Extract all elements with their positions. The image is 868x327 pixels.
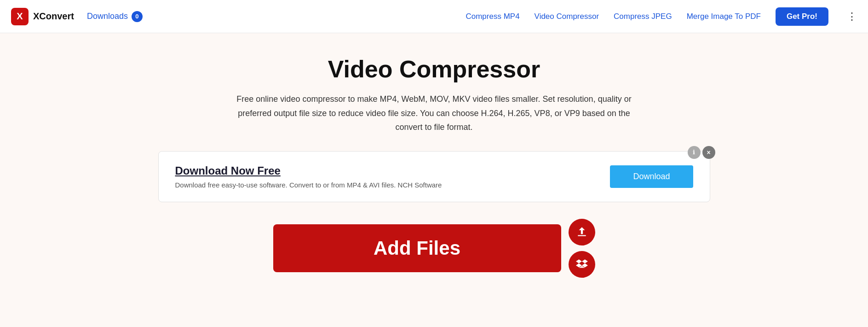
ad-close-button[interactable]: × bbox=[702, 146, 715, 159]
logo-icon: X bbox=[11, 8, 29, 25]
ad-info-icon[interactable]: ℹ bbox=[688, 146, 701, 159]
ad-text-area: Download Now Free Download free easy-to-… bbox=[175, 164, 610, 189]
page-description: Free online video compressor to make MP4… bbox=[227, 92, 641, 134]
ad-subtitle: Download free easy-to-use software. Conv… bbox=[175, 181, 610, 189]
more-options-icon[interactable]: ⋮ bbox=[847, 11, 857, 23]
page-title: Video Compressor bbox=[328, 55, 540, 83]
nav-link-video-compressor[interactable]: Video Compressor bbox=[535, 12, 599, 21]
dropbox-button[interactable] bbox=[569, 251, 595, 278]
logo-area: X XConvert bbox=[11, 8, 74, 25]
ad-download-button[interactable]: Download bbox=[610, 165, 693, 188]
add-files-button[interactable]: Add Files bbox=[273, 224, 561, 272]
upload-icon bbox=[576, 226, 588, 238]
add-files-area: Add Files bbox=[273, 219, 595, 278]
nav-link-compress-jpeg[interactable]: Compress JPEG bbox=[614, 12, 672, 21]
downloads-label: Downloads bbox=[87, 12, 128, 21]
dropbox-icon bbox=[576, 258, 588, 270]
downloads-link[interactable]: Downloads 0 bbox=[87, 11, 143, 22]
get-pro-button[interactable]: Get Pro! bbox=[776, 7, 828, 26]
main-content: Video Compressor Free online video compr… bbox=[0, 33, 868, 296]
nav-link-merge-image-to-pdf[interactable]: Merge Image To PDF bbox=[687, 12, 761, 21]
nav-right: Compress MP4 Video Compressor Compress J… bbox=[466, 7, 857, 26]
logo-letter: X bbox=[17, 11, 23, 22]
ad-banner: ℹ × Download Now Free Download free easy… bbox=[158, 151, 710, 202]
upload-button[interactable] bbox=[569, 219, 595, 245]
nav-link-compress-mp4[interactable]: Compress MP4 bbox=[466, 12, 519, 21]
header: X XConvert Downloads 0 Compress MP4 Vide… bbox=[0, 0, 868, 33]
ad-title[interactable]: Download Now Free bbox=[175, 164, 610, 177]
downloads-badge: 0 bbox=[132, 11, 143, 22]
logo-text: XConvert bbox=[33, 11, 74, 22]
side-buttons bbox=[569, 219, 595, 278]
